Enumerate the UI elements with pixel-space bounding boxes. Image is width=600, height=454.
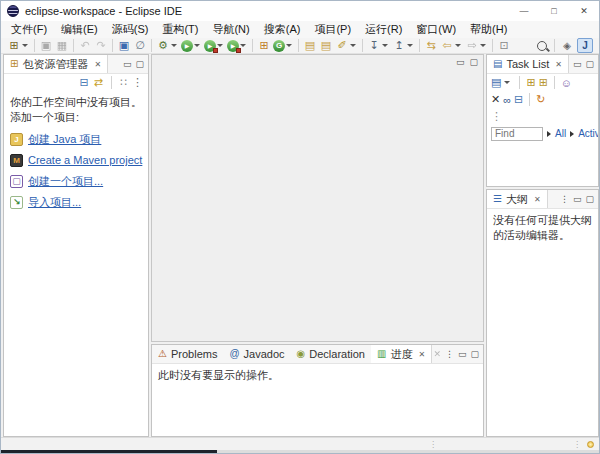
open-element-icon[interactable]: ▣ (117, 38, 131, 53)
menu-window[interactable]: 窗口(W) (409, 22, 463, 37)
next-annotation-dropdown-icon[interactable] (382, 44, 388, 47)
menu-run[interactable]: 运行(R) (358, 22, 409, 37)
menu-search[interactable]: 搜索(A) (257, 22, 308, 37)
menu-file[interactable]: 文件(F) (4, 22, 54, 37)
expand-activate-filter-icon[interactable] (570, 131, 574, 137)
maximize-panel-icon[interactable]: ▢ (469, 58, 478, 67)
tab-outline[interactable]: ☰ 大纲 ✕ (487, 190, 548, 208)
maximize-panel-icon[interactable]: ▢ (470, 350, 479, 359)
maximize-panel-icon[interactable]: ▢ (135, 60, 144, 69)
prev-annotation-dropdown-icon[interactable] (407, 44, 413, 47)
statusbar-overflow-icon[interactable]: ⋮ (573, 440, 581, 449)
open-perspective-icon[interactable]: ◈ (559, 38, 575, 53)
lightbulb-icon[interactable] (587, 441, 594, 448)
link-import-projects[interactable]: 导入项目... (28, 195, 81, 210)
debug-icon[interactable]: ⚙ (156, 38, 170, 53)
focus-on-task-icon[interactable]: ∷ (120, 76, 127, 89)
coverage-icon[interactable]: G (273, 40, 285, 52)
maximize-panel-icon[interactable]: ▢ (585, 60, 594, 69)
search-flashlight-icon[interactable]: ✐ (335, 38, 349, 53)
next-annotation-icon[interactable]: ↧ (367, 38, 381, 53)
minimize-panel-icon[interactable]: ▭ (573, 195, 582, 204)
prev-annotation-icon[interactable]: ↥ (392, 38, 406, 53)
minimize-panel-icon[interactable]: ▭ (458, 350, 467, 359)
menu-refactor[interactable]: 重构(T) (155, 22, 205, 37)
close-icon[interactable]: ✕ (534, 195, 541, 204)
new-java-project-icon[interactable]: ⊞ (257, 38, 271, 53)
minimize-panel-icon[interactable]: ▭ (456, 58, 465, 67)
view-menu-icon[interactable]: ⋮ (560, 195, 569, 204)
link-with-editor-icon[interactable]: ⇄ (94, 76, 103, 89)
close-icon[interactable]: ✕ (418, 350, 425, 359)
filter-activate-link[interactable]: Activ... (578, 128, 599, 139)
minimize-panel-icon[interactable]: ▭ (573, 60, 582, 69)
undo-icon[interactable]: ↶ (78, 38, 92, 53)
tab-problems[interactable]: ⚠ Problems (152, 345, 223, 363)
link-create-project[interactable]: 创建一个项目... (28, 174, 103, 189)
close-button[interactable]: ✕ (569, 1, 599, 21)
run-dropdown-icon[interactable] (194, 44, 200, 47)
find-input[interactable] (491, 127, 543, 141)
skip-breakpoints-icon[interactable]: ∅ (133, 38, 147, 53)
menu-project[interactable]: 项目(P) (307, 22, 358, 37)
link-create-maven-project[interactable]: Create a Maven project (28, 153, 142, 168)
remove-terminated-icon[interactable]: ✕ (433, 350, 441, 359)
back-dropdown-icon[interactable] (455, 44, 461, 47)
synchronize-icon[interactable]: ↻ (536, 93, 545, 106)
run-last-tool-icon[interactable]: ▶ (227, 40, 239, 52)
java-perspective-button[interactable]: J (577, 38, 593, 53)
debug-dropdown-icon[interactable] (171, 44, 177, 47)
coverage-dropdown-icon[interactable] (286, 44, 292, 47)
menu-edit[interactable]: 编辑(E) (54, 22, 105, 37)
save-all-icon[interactable]: ▦ (55, 38, 69, 53)
close-icon[interactable]: ✕ (94, 60, 101, 69)
forward-dropdown-icon[interactable] (480, 44, 486, 47)
pin-editor-icon[interactable]: ⊡ (497, 38, 511, 53)
find-tasks-icon[interactable]: ∞ (503, 94, 511, 106)
view-menu-icon[interactable]: ⋮ (445, 350, 454, 359)
link-create-java-project[interactable]: 创建 Java 项目 (28, 132, 101, 147)
tab-package-explorer[interactable]: ⊞ 包资源管理器 ✕ (4, 55, 108, 73)
open-type-icon[interactable]: ▤ (303, 38, 317, 53)
view-menu-icon[interactable]: ⋮ (132, 76, 143, 89)
open-resource-icon[interactable]: ▤ (319, 38, 333, 53)
package-explorer-content: 你的工作空间中没有项目。 添加一个项目: J 创建 Java 项目 M Crea… (4, 91, 148, 214)
tab-task-list[interactable]: ▤ Task List ✕ (487, 55, 569, 73)
flashlight-dropdown-icon[interactable] (350, 44, 356, 47)
redo-icon[interactable]: ↷ (94, 38, 108, 53)
collapse-all-icon[interactable]: ⊟ (80, 76, 89, 89)
person-icon[interactable]: ☺ (561, 77, 572, 89)
minimize-panel-icon[interactable]: ▭ (123, 60, 132, 69)
filter-all-link[interactable]: All (555, 128, 566, 139)
menu-help[interactable]: 帮助(H) (463, 22, 514, 37)
tab-javadoc[interactable]: @ Javadoc (223, 345, 290, 363)
menu-navigate[interactable]: 导航(N) (205, 22, 256, 37)
back-icon[interactable]: ⇦ (440, 38, 454, 53)
run-external-tools-icon[interactable]: ▶ (204, 40, 216, 52)
hide-completed-icon[interactable]: ✕ (491, 93, 500, 106)
tab-progress[interactable]: ▥ 进度 ✕ (371, 345, 432, 363)
save-icon[interactable]: ▣ (39, 38, 53, 53)
search-icon[interactable] (537, 41, 547, 51)
new-task-dropdown-icon[interactable] (504, 81, 510, 84)
close-icon[interactable]: ✕ (555, 60, 562, 69)
categorized-view-icon[interactable]: ⊞ (526, 76, 535, 89)
overflow-icon[interactable]: ⋮ (491, 110, 502, 123)
collapse-tasks-icon[interactable]: ⊟ (514, 93, 523, 106)
task-list-overflow-row: ⋮ (487, 108, 598, 125)
maximize-panel-icon[interactable]: ▢ (585, 195, 594, 204)
scheduled-view-icon[interactable]: ⊞ (539, 76, 548, 89)
menu-source[interactable]: 源码(S) (105, 22, 156, 37)
editor-area[interactable]: ▭ ▢ (151, 54, 484, 342)
new-wizard-dropdown-icon[interactable] (22, 44, 28, 47)
forward-icon[interactable]: ⇨ (465, 38, 479, 53)
run-icon[interactable]: ▶ (181, 40, 193, 52)
new-wizard-icon[interactable]: ⊞ (7, 38, 21, 53)
statusbar-drag-handle-icon[interactable]: ⋮ (429, 440, 437, 449)
tab-declaration[interactable]: ◉ Declaration (291, 345, 371, 363)
last-edit-location-icon[interactable]: ⇆ (424, 38, 438, 53)
minimize-button[interactable]: — (509, 1, 539, 21)
new-task-icon[interactable]: ▤ (491, 76, 501, 89)
maximize-button[interactable]: □ (539, 1, 569, 21)
expand-all-filter-icon[interactable] (547, 131, 551, 137)
